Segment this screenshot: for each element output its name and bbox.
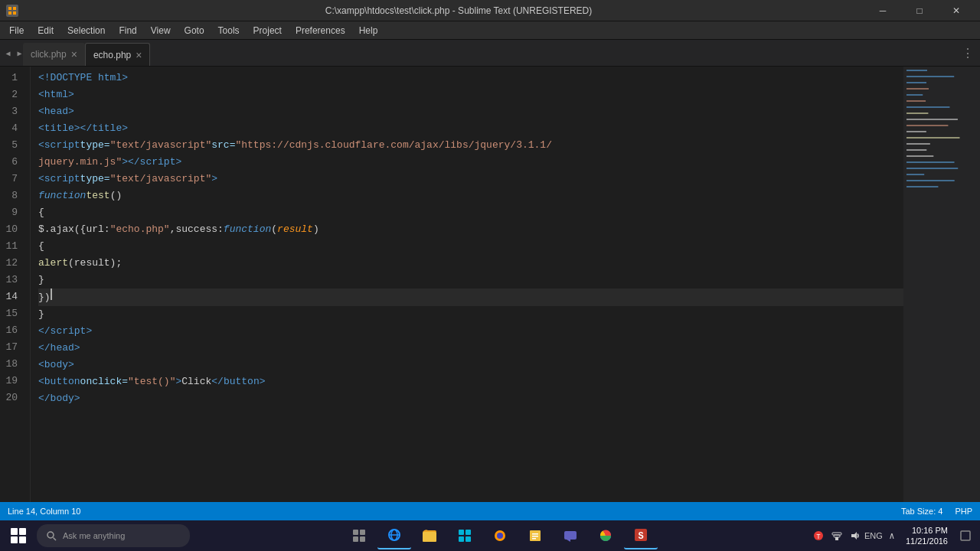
editor-area: 1234567891011121314151617181920 <!DOCTYP…: [0, 67, 980, 502]
tab-overflow-button[interactable]: ⋮: [959, 46, 977, 61]
line-number-2: 2: [0, 86, 24, 103]
taskbar-right: T ENG ∧ 10:16 PM 11/21/2016: [811, 524, 977, 547]
svg-rect-36: [961, 531, 970, 540]
svg-text:S: S: [639, 531, 644, 542]
line-number-17: 17: [0, 339, 24, 356]
svg-point-19: [497, 533, 503, 539]
line-col-indicator[interactable]: Line 14, Column 10: [8, 507, 80, 516]
code-line-18: <body>: [38, 357, 903, 373]
line-number-1: 1: [0, 70, 24, 86]
line-number-5: 5: [0, 137, 24, 154]
tab-echo-php[interactable]: echo.php ×: [85, 43, 151, 66]
menu-item-find[interactable]: Find: [113, 24, 142, 37]
tab-right-controls: ⋮: [956, 40, 980, 67]
search-bar[interactable]: Ask me anything: [37, 524, 190, 547]
code-line-4: <title></title>: [38, 120, 903, 137]
svg-text:T: T: [816, 533, 821, 541]
line-number-16: 16: [0, 322, 24, 339]
search-icon: [46, 530, 57, 541]
tray-network-icon[interactable]: [829, 528, 844, 543]
sublime-button[interactable]: S: [624, 522, 658, 549]
line-number-4: 4: [0, 120, 24, 137]
code-area[interactable]: <!DOCTYPE html><html><head> <title></tit…: [31, 67, 903, 502]
code-line-14: }): [38, 289, 903, 306]
title-bar: C:\xampp\htdocs\test\click.php - Sublime…: [0, 0, 980, 21]
files-button[interactable]: [518, 522, 552, 549]
notification-button[interactable]: [954, 524, 977, 547]
svg-rect-23: [532, 538, 536, 540]
code-line-13: }: [38, 272, 903, 289]
system-clock[interactable]: 10:16 PM 11/21/2016: [906, 525, 948, 547]
task-view-button[interactable]: [342, 522, 376, 549]
svg-rect-9: [360, 536, 365, 542]
tab-click-php-label: click.php: [31, 49, 67, 60]
search-placeholder: Ask me anything: [63, 531, 125, 540]
svg-line-5: [54, 538, 57, 541]
sublime-icon: S: [632, 527, 649, 543]
code-line-7: <script type="text/javascript">: [38, 171, 903, 187]
menu-item-preferences[interactable]: Preferences: [289, 24, 351, 37]
code-line-19: <button onclick="test()">Click</button>: [38, 373, 903, 390]
close-button[interactable]: ✕: [939, 0, 974, 21]
menu-item-help[interactable]: Help: [353, 24, 384, 37]
menu-item-file[interactable]: File: [3, 24, 30, 37]
syntax-indicator[interactable]: PHP: [955, 507, 972, 516]
code-line-8: function test(): [38, 187, 903, 204]
svg-rect-3: [13, 11, 16, 15]
file-explorer-button[interactable]: [413, 522, 446, 549]
svg-rect-14: [459, 530, 464, 535]
tab-click-php[interactable]: click.php ×: [23, 43, 85, 66]
code-line-2: <html>: [38, 86, 903, 103]
messages-icon: [562, 527, 579, 544]
line-number-8: 8: [0, 187, 24, 204]
svg-rect-1: [13, 7, 16, 10]
svg-rect-22: [532, 536, 538, 537]
taskbar-left: Ask me anything: [3, 522, 190, 549]
svg-rect-32: [835, 537, 838, 540]
tab-echo-php-close[interactable]: ×: [136, 50, 142, 60]
text-cursor: [51, 289, 52, 300]
line-number-11: 11: [0, 238, 24, 255]
file-explorer-icon: [421, 527, 438, 544]
menu-item-edit[interactable]: Edit: [31, 24, 60, 37]
window-title: C:\xampp\htdocs\test\click.php - Sublime…: [52, 5, 865, 16]
tray-volume-icon[interactable]: [848, 528, 863, 543]
window-controls: ─ □ ✕: [865, 0, 974, 21]
tray-keyboard-icon[interactable]: ENG: [866, 528, 881, 543]
svg-rect-13: [423, 532, 436, 542]
line-numbers: 1234567891011121314151617181920: [0, 67, 31, 502]
svg-rect-15: [466, 530, 471, 535]
notification-icon: [959, 530, 972, 542]
firefox-button[interactable]: [483, 522, 517, 549]
tray-antivirus-icon[interactable]: T: [811, 528, 826, 543]
svg-rect-21: [532, 533, 538, 535]
maximize-button[interactable]: □: [902, 0, 937, 21]
status-right: Tab Size: 4 PHP: [901, 507, 972, 516]
svg-rect-6: [353, 530, 358, 535]
code-line-16: </script>: [38, 323, 903, 340]
tab-size-indicator[interactable]: Tab Size: 4: [901, 507, 942, 516]
tab-click-php-close[interactable]: ×: [71, 49, 77, 60]
svg-rect-7: [360, 530, 365, 535]
menu-item-view[interactable]: View: [145, 24, 177, 37]
ie-button[interactable]: [377, 522, 411, 549]
chrome-button[interactable]: [589, 522, 622, 549]
minimize-button[interactable]: ─: [865, 0, 900, 21]
menu-item-goto[interactable]: Goto: [178, 24, 211, 37]
svg-rect-34: [832, 533, 841, 535]
line-number-20: 20: [0, 390, 24, 406]
line-number-13: 13: [0, 272, 24, 289]
store-button[interactable]: [448, 522, 482, 549]
menu-item-tools[interactable]: Tools: [212, 24, 246, 37]
code-line-3: <head>: [38, 103, 903, 120]
menu-item-project[interactable]: Project: [247, 24, 288, 37]
menu-item-selection[interactable]: Selection: [61, 24, 111, 37]
messages-button[interactable]: [554, 522, 587, 549]
code-line-6: jquery.min.js"></script>: [38, 154, 903, 171]
tray-expand-icon[interactable]: ∧: [884, 528, 900, 543]
menu-bar: FileEditSelectionFindViewGotoToolsProjec…: [0, 21, 980, 40]
tab-prev-button[interactable]: ◀: [3, 40, 13, 67]
svg-marker-35: [851, 532, 857, 540]
tab-bar: ◀ ▶ click.php × echo.php × ⋮: [0, 40, 980, 67]
start-button[interactable]: [3, 522, 34, 549]
